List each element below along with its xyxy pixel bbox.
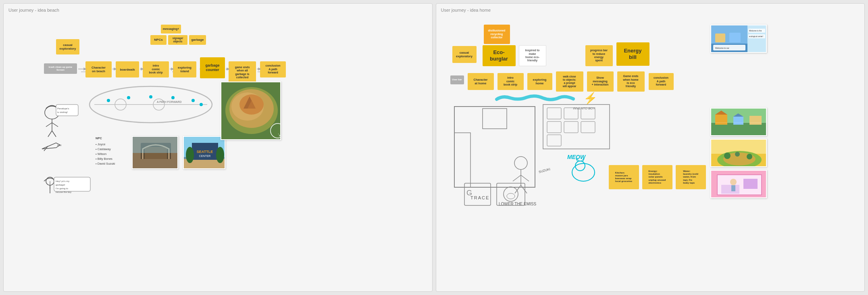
sign-photo-svg: SEATTLE CENTER bbox=[184, 137, 225, 169]
svg-text:SUZUKI: SUZUKI bbox=[538, 167, 551, 174]
beach-board-title: User journey - idea beach bbox=[8, 8, 59, 13]
sticky-game-ends-home[interactable]: Game endswhen homeis ecofriendly bbox=[617, 71, 645, 92]
home-board: User journey - idea home casualexplorato… bbox=[436, 3, 865, 292]
svg-point-124 bbox=[735, 152, 740, 157]
svg-rect-47 bbox=[135, 159, 177, 169]
svg-text:garbage!: garbage! bbox=[56, 184, 65, 186]
sticky-conclusion-home[interactable]: conclusionA pathforward bbox=[649, 73, 674, 90]
game-screenshot-4 bbox=[710, 170, 767, 198]
sticky-signage[interactable]: signage/objects bbox=[168, 35, 187, 45]
sticky-garbage-top[interactable]: garbage bbox=[189, 35, 206, 45]
svg-text:I'm going to: I'm going to bbox=[56, 187, 68, 190]
sticky-intro-comic[interactable]: introcomicbook strip bbox=[143, 61, 169, 77]
beach-path-diagram: A PATH FORWARD bbox=[88, 84, 217, 126]
svg-text:bird: bird bbox=[57, 144, 61, 146]
svg-rect-112 bbox=[715, 115, 727, 125]
home-board-title: User journey - idea home bbox=[441, 8, 491, 13]
map-svg: N ↑ bbox=[221, 82, 281, 140]
svg-rect-129 bbox=[743, 179, 758, 189]
svg-point-18 bbox=[149, 95, 152, 98]
screenshot4-svg bbox=[711, 171, 767, 198]
svg-point-82 bbox=[514, 157, 527, 169]
game-screenshot-3 bbox=[710, 139, 767, 167]
svg-rect-79 bbox=[564, 121, 578, 133]
svg-point-122 bbox=[724, 153, 731, 159]
screenshot2-svg bbox=[711, 109, 767, 136]
svg-text:Welcome to our: Welcome to our bbox=[715, 47, 729, 49]
sticky-user-bar[interactable]: User bar bbox=[450, 75, 464, 84]
arch-photo-svg bbox=[133, 137, 178, 169]
svg-rect-81 bbox=[547, 135, 561, 146]
sticky-casual-home[interactable]: casualexploratory bbox=[452, 46, 477, 63]
beach-sign-photo: SEATTLE CENTER bbox=[183, 136, 225, 169]
sticky-intro-comic-home[interactable]: introcomicbook strip bbox=[497, 73, 524, 90]
sticky-messaging[interactable]: messaging+ bbox=[161, 25, 181, 33]
svg-rect-76 bbox=[564, 108, 578, 119]
svg-rect-77 bbox=[581, 108, 595, 119]
svg-text:is visiting!: is visiting! bbox=[57, 111, 68, 113]
svg-line-29 bbox=[48, 131, 52, 137]
svg-text:N: N bbox=[279, 134, 281, 138]
svg-line-85 bbox=[521, 175, 529, 181]
svg-point-56 bbox=[216, 147, 224, 163]
sticky-energy-notes[interactable]: Energy:insulationsolar panelsunplug unus… bbox=[642, 165, 672, 189]
sticky-progress-bar[interactable]: progress barto reduceenergyspent bbox=[585, 45, 613, 66]
svg-point-98 bbox=[507, 193, 515, 199]
svg-point-90 bbox=[575, 161, 585, 171]
svg-rect-74 bbox=[543, 105, 610, 149]
svg-text:ecological center!: ecological center! bbox=[749, 36, 763, 38]
svg-rect-80 bbox=[581, 121, 595, 133]
svg-rect-128 bbox=[721, 185, 739, 194]
sketches-svg: Penelope's is visiting! bird Hey! yo's m… bbox=[34, 90, 98, 207]
sticky-kitchen-notes[interactable]: Kitchen:mason jarsbeeswax wraplocal groc… bbox=[609, 165, 639, 189]
sticky-show-messaging[interactable]: Showmessaging+ interaction bbox=[587, 71, 614, 92]
svg-rect-102 bbox=[715, 33, 725, 42]
sticky-exploring-island[interactable]: exploringisland bbox=[173, 61, 196, 77]
svg-rect-31 bbox=[56, 105, 78, 116]
svg-rect-48 bbox=[133, 137, 178, 153]
svg-rect-72 bbox=[454, 133, 470, 187]
sticky-trash-cleanup[interactable]: trash clean-up game Screen bbox=[44, 63, 77, 74]
sticky-conclusion[interactable]: conclusionA pathforward bbox=[260, 61, 286, 77]
svg-point-130 bbox=[730, 179, 737, 185]
sticky-garbage-counter[interactable]: garbagecounter bbox=[200, 57, 225, 78]
svg-point-19 bbox=[171, 96, 175, 99]
home-svg: MEOW SUZUKI TRACE LOWER THE EMISS G bbox=[450, 100, 616, 207]
npc-list: NPC • Joyce • Castaway • Wilson • Billy … bbox=[96, 136, 115, 166]
sticky-char-beach[interactable]: Characteron beach bbox=[85, 61, 112, 77]
svg-rect-116 bbox=[749, 116, 762, 125]
svg-line-30 bbox=[52, 131, 56, 137]
sticky-water-notes[interactable]: Water:laundry (coldwater, fromtap), Fixl… bbox=[676, 165, 706, 189]
svg-text:TRACE: TRACE bbox=[470, 195, 489, 200]
sticky-disillusion[interactable]: disillusionedrecyclingcollector bbox=[484, 25, 510, 44]
svg-line-27 bbox=[46, 123, 52, 127]
sticky-eco-burglar[interactable]: Eco-burglar bbox=[483, 45, 516, 66]
svg-point-97 bbox=[504, 187, 518, 201]
svg-point-17 bbox=[127, 96, 130, 99]
svg-text:Hey! yo's my: Hey! yo's my bbox=[56, 180, 69, 182]
svg-text:CENTER: CENTER bbox=[199, 155, 211, 157]
svg-rect-114 bbox=[733, 117, 743, 125]
svg-line-87 bbox=[521, 185, 527, 193]
sticky-boardwalk[interactable]: boardwalk bbox=[116, 61, 139, 77]
screenshot1-svg: Welcome to our Welcome to the ecological… bbox=[711, 25, 767, 53]
sticky-game-ends[interactable]: game endswhen allgarbage iscollected bbox=[229, 61, 256, 84]
sticky-npcs[interactable]: NPCs bbox=[150, 35, 167, 45]
sticky-walk-close[interactable]: walk closeto objects:a promptwill appear bbox=[556, 71, 583, 92]
svg-line-84 bbox=[513, 175, 521, 181]
svg-text:A PATH FORWARD: A PATH FORWARD bbox=[157, 100, 182, 103]
svg-text:SEATTLE: SEATTLE bbox=[197, 150, 213, 154]
svg-point-55 bbox=[186, 147, 194, 163]
svg-rect-103 bbox=[729, 33, 741, 42]
sticky-casual-exploratory[interactable]: casualexploratory bbox=[56, 39, 79, 54]
svg-point-123 bbox=[747, 154, 752, 159]
sticky-energy-bill[interactable]: Energybill bbox=[616, 42, 649, 66]
sticky-char-home[interactable]: Characterat home bbox=[468, 73, 494, 90]
svg-line-28 bbox=[52, 123, 58, 127]
sticky-inspired[interactable]: Inspired tomakehome eco-friendly bbox=[519, 45, 546, 66]
svg-text:G: G bbox=[466, 189, 472, 197]
path-svg: A PATH FORWARD bbox=[88, 84, 217, 126]
sticky-exploring-home[interactable]: exploringhome bbox=[527, 73, 552, 90]
game-screenshot-1: Welcome to our Welcome to the ecological… bbox=[710, 25, 767, 53]
map-photo: N ↑ bbox=[221, 82, 281, 140]
